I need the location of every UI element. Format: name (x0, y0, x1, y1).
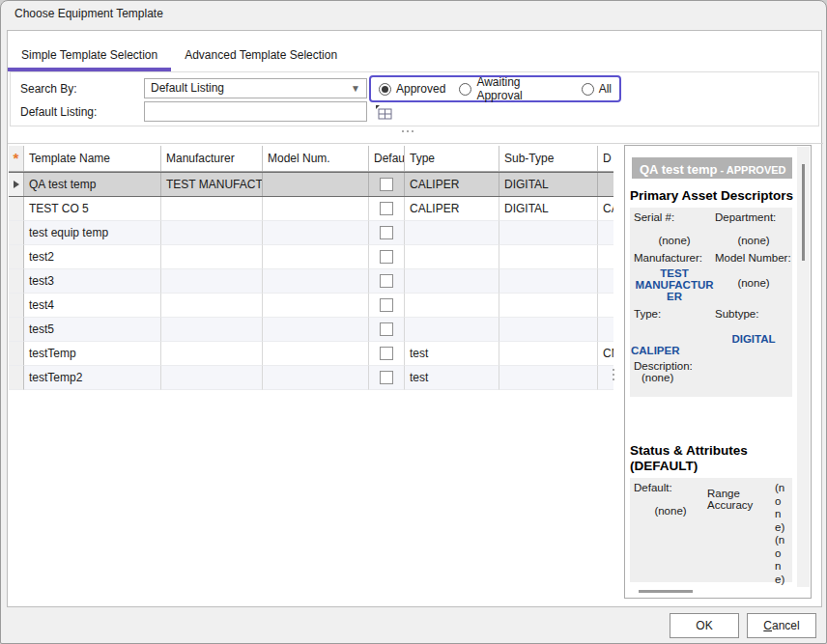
cell-subtype (499, 245, 598, 269)
default-listing-input[interactable] (144, 101, 367, 122)
col-template-name[interactable]: Template Name (24, 146, 161, 171)
default-checkbox[interactable] (380, 178, 393, 191)
cell-dept (598, 269, 613, 294)
col-type[interactable]: Type (405, 146, 499, 171)
search-by-label: Search By: (20, 82, 77, 96)
radio-icon (582, 83, 594, 96)
choose-equipment-template-dialog: Choose Equipment Template Simple Templat… (0, 0, 827, 644)
default-listing-label: Default Listing: (20, 105, 97, 119)
lookup-grid-icon[interactable] (375, 104, 392, 120)
cancel-label-rest: ancel (772, 619, 800, 632)
cell-manufacturer (161, 366, 263, 390)
cell-dept (598, 318, 613, 342)
cell-type: CALIPER (405, 197, 499, 221)
default-checkbox[interactable] (380, 226, 393, 239)
cancel-button[interactable]: Cancel (747, 613, 816, 638)
row-marker (9, 221, 24, 245)
search-by-dropdown-value: Default Listing (151, 81, 224, 95)
row-marker (9, 269, 24, 294)
default-checkbox[interactable] (380, 274, 393, 288)
cell-model (263, 173, 369, 196)
cell-template-name: test4 (24, 294, 161, 318)
manufacturer-label: Manufacturer: (634, 252, 715, 264)
tab-simple-template-selection[interactable]: Simple Template Selection (8, 42, 171, 71)
row-marker (9, 294, 24, 318)
description-value: (none) (634, 372, 788, 383)
row-marker (9, 318, 24, 342)
vertical-splitter-grip[interactable] (613, 369, 614, 380)
cell-model (263, 318, 369, 342)
cell-manufacturer (161, 269, 263, 294)
search-by-dropdown[interactable]: Default Listing ▼ (144, 78, 367, 98)
table-row[interactable]: test4 (9, 294, 613, 318)
table-row[interactable]: TEST CO 5 CALIPER DIGITAL CA (9, 197, 613, 221)
cell-model (263, 269, 369, 294)
dialog-title: Choose Equipment Template (14, 7, 163, 20)
row-marker (9, 245, 24, 269)
col-default[interactable]: Defau (369, 146, 405, 171)
cell-type (405, 269, 499, 294)
radio-awaiting-approval[interactable]: Awaiting Approval (459, 75, 567, 102)
horizontal-splitter-grip[interactable] (402, 130, 423, 136)
template-table: * Template Name Manufacturer Model Num. … (9, 146, 613, 390)
cell-manufacturer (161, 245, 263, 269)
cell-default (369, 197, 405, 221)
details-vertical-scrollbar[interactable] (797, 147, 810, 587)
range-accuracy-label: Range Accuracy (707, 488, 775, 599)
cell-template-name: test equip temp (24, 221, 161, 245)
details-horizontal-scrollbar[interactable] (639, 590, 693, 593)
table-row[interactable]: test2 (9, 245, 613, 269)
table-row[interactable]: QA test temp TEST MANUFACTURER CALIPER D… (9, 172, 613, 197)
table-row[interactable]: testTemp2 test (9, 366, 613, 390)
default-checkbox[interactable] (380, 202, 393, 215)
col-dept[interactable]: D (598, 146, 613, 171)
dialog-content: Simple Template Selection Advanced Templ… (7, 30, 822, 607)
default-checkbox[interactable] (380, 322, 393, 336)
table-row[interactable]: test5 (9, 318, 613, 342)
type-value: CALIPER (631, 345, 715, 356)
tabstrip: Simple Template Selection Advanced Templ… (8, 42, 351, 71)
default-checkbox[interactable] (380, 250, 393, 264)
details-header: QA test temp - APPROVED (632, 157, 792, 179)
subtype-label: Subtype: (715, 308, 792, 320)
col-manufacturer[interactable]: Manufacturer (161, 146, 263, 171)
type-label: Type: (634, 308, 715, 320)
col-sub-type[interactable]: Sub-Type (499, 146, 598, 171)
cell-template-name: test2 (24, 245, 161, 269)
table-row[interactable]: test equip temp (9, 221, 613, 245)
default-checkbox[interactable] (380, 347, 393, 360)
ok-button[interactable]: OK (670, 613, 739, 638)
default-checkbox[interactable] (380, 298, 393, 312)
cell-model (263, 342, 369, 366)
table-row[interactable]: test3 (9, 269, 613, 294)
model-number-label: Model Number: (715, 252, 792, 264)
department-value: (none) (715, 235, 792, 246)
details-template-name: QA test temp (640, 162, 717, 177)
cancel-label-initial: C (763, 619, 772, 632)
cell-subtype (499, 221, 598, 245)
cell-model (263, 197, 369, 221)
cell-subtype (499, 366, 598, 390)
cell-model (263, 245, 369, 269)
cell-template-name: testTemp (24, 342, 161, 366)
description-label: Description: (634, 360, 788, 372)
default-checkbox[interactable] (380, 371, 393, 384)
scrollbar-thumb[interactable] (802, 164, 805, 261)
cell-default (369, 366, 405, 390)
details-status-badge: - APPROVED (717, 164, 785, 176)
cell-template-name: testTemp2 (24, 366, 161, 390)
cell-subtype (499, 342, 598, 366)
radio-all[interactable]: All (582, 82, 612, 96)
cell-model (263, 294, 369, 318)
cell-template-name: TEST CO 5 (24, 197, 161, 221)
default-label: Default: (634, 482, 707, 493)
table-row[interactable]: testTemp test CM (9, 342, 613, 366)
col-model-num[interactable]: Model Num. (263, 146, 369, 171)
cell-default (369, 245, 405, 269)
tab-advanced-template-selection[interactable]: Advanced Template Selection (171, 42, 351, 71)
radio-approved[interactable]: Approved (379, 82, 445, 96)
status-attributes-heading: Status & Attributes (DEFAULT) (630, 443, 794, 474)
table-header-row: * Template Name Manufacturer Model Num. … (9, 146, 613, 172)
manufacturer-value: TEST MANUFACTURER (634, 267, 715, 302)
serial-value: (none) (634, 235, 715, 246)
